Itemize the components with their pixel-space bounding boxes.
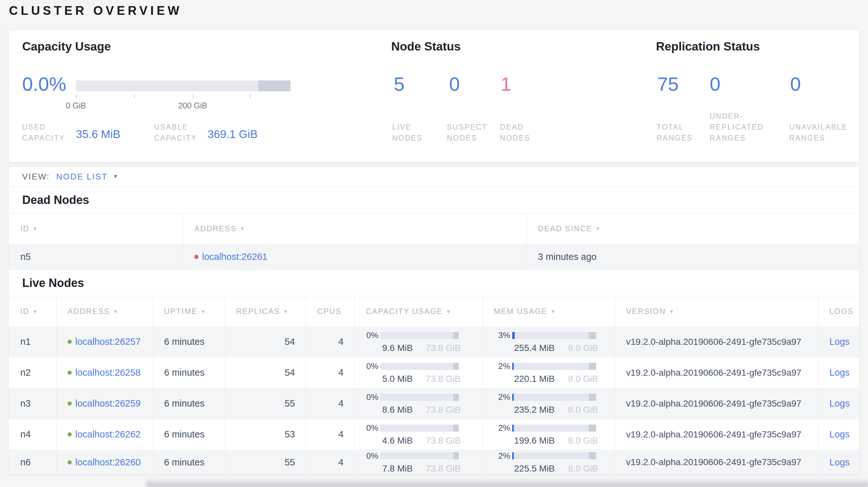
live-col-replicas[interactable]: REPLICAS ▼: [225, 296, 306, 326]
mem-bar-reserve: [589, 332, 596, 339]
mem-bar-fill: [512, 452, 514, 459]
capacity-bar-track: [76, 80, 290, 91]
dead-col-address[interactable]: ADDRESS ▼: [183, 214, 527, 244]
used-capacity-value: 35.6 MiB: [76, 128, 120, 140]
node-replicas: 54: [225, 357, 306, 388]
logs-link[interactable]: Logs: [829, 457, 850, 468]
live-col-cpus[interactable]: CPUS: [306, 296, 354, 326]
sort-desc-icon: ▼: [595, 226, 601, 231]
axis-tick-label: 0 GiB: [66, 101, 86, 110]
sort-desc-icon: ▼: [551, 309, 556, 314]
column-label: REPLICAS: [236, 307, 280, 316]
live-node-row: n4 localhost:26262 6 minutes 53 4 0% 4.6…: [9, 419, 859, 450]
live-node-row: n2 localhost:26258 6 minutes 54 4 0% 5.0…: [9, 357, 859, 388]
mem-used: 220.1 MiB: [514, 374, 555, 384]
mem-percent: 2%: [483, 451, 512, 461]
capacity-bar-reserve: [453, 363, 459, 370]
capacity-used: 4.6 MiB: [382, 435, 413, 446]
live-node-row: n1 localhost:26257 6 minutes 54 4 0% 9.6…: [9, 326, 859, 357]
capacity-usage-title: Capacity Usage: [22, 40, 111, 54]
live-col-capacity-usage[interactable]: CAPACITY USAGE ▼: [354, 296, 483, 326]
capacity-bar: [380, 332, 459, 339]
node-address-link[interactable]: localhost:26257: [75, 336, 141, 347]
live-col-id[interactable]: ID ▼: [9, 296, 56, 326]
node-status-title: Node Status: [391, 40, 461, 54]
dead-col-id[interactable]: ID ▼: [9, 214, 183, 244]
mem-total: 8.0 GiB: [568, 343, 598, 353]
logs-link[interactable]: Logs: [829, 367, 850, 378]
column-label: ADDRESS: [194, 224, 237, 233]
live-col-uptime[interactable]: UPTIME ▼: [153, 296, 225, 326]
mem-bar-reserve: [589, 363, 596, 370]
live-nodes-heading: Live Nodes: [9, 270, 859, 296]
mem-total: 8.0 GiB: [568, 463, 598, 474]
mem-percent: 2%: [483, 423, 512, 433]
view-bar: VIEW: NODE LIST ▼: [9, 167, 859, 187]
view-label: VIEW:: [22, 172, 50, 182]
capacity-percent: 0%: [355, 392, 380, 402]
live-col-version[interactable]: VERSION ▼: [615, 296, 818, 326]
sort-desc-icon: ▼: [669, 309, 674, 314]
live-col-address[interactable]: ADDRESS ▼: [56, 296, 153, 326]
node-id: n1: [9, 326, 56, 357]
unavailable-ranges-label: UNAVAILABLE RANGES: [789, 122, 860, 143]
node-address-cell: localhost:26260: [56, 450, 153, 475]
dead-node-address-link[interactable]: localhost:26261: [202, 252, 267, 262]
node-address-cell: localhost:26258: [56, 357, 153, 388]
dead-nodes-label: DEAD NODES: [500, 122, 538, 143]
dead-node-id: n5: [9, 244, 183, 270]
node-address-link[interactable]: localhost:26260: [75, 457, 141, 468]
live-nodes-header-row: ID ▼ ADDRESS ▼ UPTIME ▼ REPLICAS ▼ CPUS …: [9, 296, 859, 326]
node-mem-usage: 2% 225.5 MiB8.0 GiB: [483, 450, 615, 475]
dead-nodes-count: 1: [501, 75, 511, 94]
mem-bar: [512, 363, 596, 370]
cluster-summary-card: Capacity Usage 0.0% 0 GiB 200 GiB USED C…: [8, 30, 860, 162]
node-logs-cell: Logs: [818, 326, 860, 357]
column-label: LOGS: [829, 307, 854, 316]
capacity-bar-reserve: [453, 332, 459, 339]
node-address-cell: localhost:26257: [56, 326, 153, 357]
mem-total: 8.0 GiB: [568, 404, 598, 415]
capacity-bar-reserve: [453, 452, 459, 459]
node-id: n6: [9, 450, 56, 475]
logs-link[interactable]: Logs: [829, 336, 850, 347]
live-col-mem-usage[interactable]: MEM USAGE ▼: [483, 296, 615, 326]
suspect-nodes-count: 0: [449, 75, 460, 94]
column-label: DEAD SINCE: [538, 224, 592, 233]
column-label: ADDRESS: [68, 307, 110, 316]
node-replicas: 53: [225, 419, 306, 450]
node-mem-usage: 3% 255.4 MiB8.0 GiB: [483, 326, 615, 357]
capacity-used: 9.6 MiB: [382, 343, 413, 353]
capacity-used: 8.6 MiB: [382, 404, 413, 415]
view-dropdown[interactable]: NODE LIST ▼: [56, 172, 119, 182]
capacity-usage-percent: 0.0%: [22, 75, 66, 94]
axis-tick-label: 200 GiB: [178, 101, 207, 110]
column-label: CPUS: [317, 307, 341, 316]
live-status-dot-icon: [68, 432, 72, 436]
sort-desc-icon: ▼: [240, 226, 245, 231]
logs-link[interactable]: Logs: [829, 429, 850, 440]
capacity-total: 73.8 GiB: [426, 404, 461, 415]
under-replicated-ranges-count: 0: [710, 75, 720, 94]
dead-status-dot-icon: [194, 255, 198, 259]
capacity-bar: [380, 452, 459, 459]
live-node-row: n6 localhost:26260 6 minutes 55 4 0% 7.8…: [9, 450, 859, 475]
chevron-down-icon: ▼: [113, 173, 119, 180]
live-status-dot-icon: [68, 370, 72, 375]
node-logs-cell: Logs: [818, 357, 860, 388]
node-capacity-usage: 0% 5.0 MiB73.8 GiB: [354, 357, 483, 388]
node-address-cell: localhost:26259: [56, 388, 153, 419]
node-version: v19.2.0-alpha.20190606-2491-gfe735c9a97: [615, 388, 818, 419]
node-uptime: 6 minutes: [153, 450, 225, 475]
total-ranges-label: TOTAL RANGES: [657, 122, 702, 143]
suspect-nodes-label: SUSPECT NODES: [447, 122, 495, 143]
node-address-link[interactable]: localhost:26258: [75, 367, 141, 378]
sort-desc-icon: ▼: [283, 309, 288, 314]
used-capacity-label: USED CAPACITY: [22, 122, 77, 143]
node-cpus: 4: [306, 419, 354, 450]
node-replicas: 55: [225, 388, 306, 419]
logs-link[interactable]: Logs: [829, 398, 850, 409]
node-address-link[interactable]: localhost:26262: [75, 429, 141, 440]
dead-col-dead-since[interactable]: DEAD SINCE ▼: [527, 214, 860, 244]
node-address-link[interactable]: localhost:26259: [75, 398, 141, 409]
